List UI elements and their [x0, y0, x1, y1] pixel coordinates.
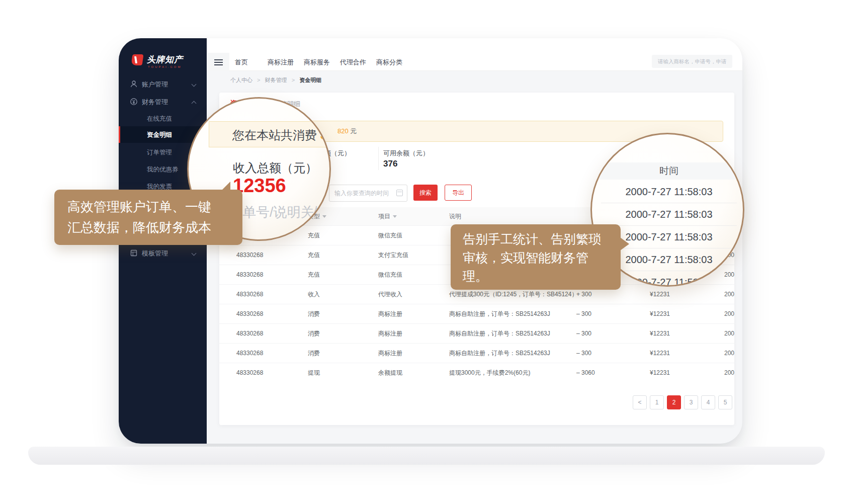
nav-item-agency[interactable]: 代理合作: [340, 54, 366, 71]
cell-amount: – 3060: [576, 363, 595, 383]
callout-right: 告别手工统计、告别繁琐 审核，实现智能财务管 理。: [451, 224, 621, 290]
cell-project: 商标注册: [378, 304, 402, 324]
cell-balance: ¥12231: [650, 344, 670, 363]
magnified-consumption-banner: 您在本站共消费 32124 大: [209, 121, 331, 147]
export-button[interactable]: 导出: [445, 185, 472, 201]
cell-order: 48330268: [236, 324, 263, 344]
caret-down-icon: [322, 215, 326, 218]
search-button[interactable]: 搜索: [413, 185, 438, 201]
callout-text: 审核，实现智能财务管: [463, 248, 621, 267]
brand-logo: 头牌知产 TOUPAI.COM: [132, 53, 202, 73]
magnified-time-row: 2000-7-27 11:58:03: [601, 248, 737, 271]
calendar-icon[interactable]: [396, 190, 403, 196]
consumption-banner-suffix: 820 元: [337, 121, 357, 141]
sidebar-item-label: 财务管理: [142, 98, 168, 107]
breadcrumb-item-current: 资金明细: [299, 77, 321, 83]
cell-desc: 商标自助注册，订单号：SB2514263J: [449, 344, 550, 363]
cell-time: 2000-7-27 11:58:03: [724, 324, 734, 344]
cell-project: 商标注册: [378, 324, 402, 344]
callout-text: 理。: [463, 267, 621, 286]
cell-time: 2000-7-27 11:58:03: [724, 265, 734, 285]
cell-type: 消费: [308, 304, 320, 324]
cell-balance: ¥12231: [650, 304, 670, 324]
user-icon: [130, 80, 138, 88]
pagination-page-3[interactable]: 3: [684, 395, 698, 409]
table-row: 48330268 消费 商标注册 商标自助注册，订单号：SB2514263J –…: [219, 304, 734, 323]
pagination-page-5[interactable]: 5: [718, 395, 732, 409]
pagination-page-4[interactable]: 4: [701, 395, 715, 409]
sidebar-item-account[interactable]: 账户管理: [119, 75, 207, 93]
chevron-down-icon: [192, 251, 197, 256]
cell-time: 2000-7-27 11:58:03: [724, 285, 734, 304]
callout-left: 高效管理账户订单、一键 汇总数据，降低财务成本: [54, 190, 242, 245]
chevron-up-icon: [192, 101, 197, 106]
cell-project: 余额提现: [378, 363, 402, 383]
sidebar-item-label: 模板管理: [142, 249, 168, 258]
cell-balance: ¥12231: [650, 285, 670, 304]
breadcrumb-separator: >: [292, 77, 295, 83]
breadcrumb-separator: >: [257, 77, 260, 83]
finance-icon: [130, 98, 138, 106]
callout-text: 汇总数据，降低财务成本: [67, 217, 242, 238]
cell-desc: 提现3000元，手续费2%(60元): [449, 363, 530, 383]
trademark-search-input[interactable]: [652, 55, 732, 68]
magnified-time-row: 2000-7-27 11:58:03: [601, 203, 737, 226]
cell-order: 48330268: [236, 344, 263, 363]
cell-balance: ¥12231: [650, 363, 670, 383]
cell-amount: – 300: [576, 324, 591, 344]
sidebar-item-templates[interactable]: 模板管理: [119, 244, 207, 262]
breadcrumb-item[interactable]: 财务管理: [265, 77, 287, 83]
sidebar-item-label: 账户管理: [142, 80, 168, 89]
date-filter-input[interactable]: [329, 185, 407, 202]
nav-item-home[interactable]: 首页: [235, 54, 248, 71]
cell-amount: – 300: [576, 304, 591, 324]
sidebar-item-recharge[interactable]: 在线充值: [119, 110, 207, 127]
cell-order: 48330268: [236, 245, 263, 265]
brand-tagline: TOUPAI.COM: [148, 65, 182, 68]
cell-project: 支付宝充值: [378, 245, 408, 265]
cell-amount: – 300: [576, 344, 591, 363]
cell-time: 2000-7-27 11:58:03: [724, 344, 734, 363]
table-row: 48330268 提现 余额提现 提现3000元，手续费2%(60元) – 30…: [219, 363, 734, 382]
cell-type: 充值: [308, 265, 320, 285]
cell-desc: 商标自助注册，订单号：SB2514263J: [449, 324, 550, 344]
pagination-page-1[interactable]: 1: [650, 395, 664, 409]
table-header-project[interactable]: 项目: [378, 207, 397, 225]
magnified-income-label: 收入总额（元）: [233, 160, 317, 176]
laptop-base: [28, 447, 825, 465]
cell-order: 48330268: [236, 265, 263, 285]
magnified-time-row: 2000-7-27 11:58:03: [601, 181, 737, 203]
brand-logo-icon: [131, 54, 143, 65]
cell-type: 充值: [308, 226, 320, 245]
cell-type: 消费: [308, 344, 320, 363]
breadcrumb: 个人中心 > 财务管理 > 资金明细: [230, 76, 321, 84]
chevron-down-icon: [192, 82, 197, 87]
cell-type: 充值: [308, 245, 320, 265]
cell-order: 48330268: [236, 363, 263, 383]
top-navbar: 首页 商标注册 商标服务 代理合作 商标分类: [207, 38, 742, 71]
template-icon: [130, 249, 138, 257]
cell-desc: 商标自助注册，订单号：SB2514263J: [449, 304, 550, 324]
nav-item-tm-service[interactable]: 商标服务: [304, 54, 330, 71]
breadcrumb-item[interactable]: 个人中心: [230, 77, 252, 83]
cell-time: 2000-7-27 11:58:03: [724, 304, 734, 324]
table-header-desc: 说明: [449, 207, 461, 225]
menu-icon[interactable]: [207, 53, 229, 71]
caret-down-icon: [393, 215, 397, 218]
cell-type: 消费: [308, 324, 320, 344]
stat-balance-value: 376: [383, 159, 397, 169]
sidebar-item-finance[interactable]: 财务管理: [119, 93, 207, 110]
table-row: 48330268 消费 商标注册 商标自助注册，订单号：SB2514263J –…: [219, 343, 734, 363]
pagination-prev[interactable]: <: [633, 395, 647, 409]
cell-type: 提现: [308, 363, 320, 383]
nav-item-tm-class[interactable]: 商标分类: [376, 54, 402, 71]
cell-balance: ¥12231: [650, 324, 670, 344]
magnified-time-header: 时间: [592, 162, 744, 180]
marketing-figure: 头牌知产 TOUPAI.COM 账户管理 财务管理: [0, 0, 853, 504]
cell-order: 48330268: [236, 304, 263, 324]
pagination-page-2-active[interactable]: 2: [667, 395, 681, 409]
nav-item-tm-register[interactable]: 商标注册: [268, 54, 294, 71]
cell-order: 48330268: [236, 285, 263, 304]
cell-project: 微信充值: [378, 265, 402, 285]
cell-type: 收入: [308, 285, 320, 304]
